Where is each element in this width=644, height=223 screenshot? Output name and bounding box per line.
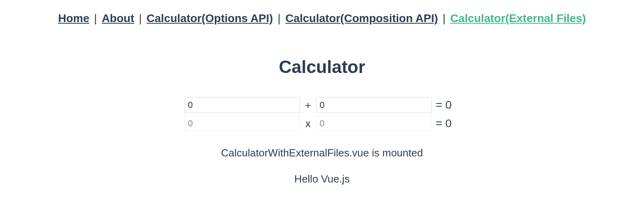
nav-separator: |: [136, 12, 145, 24]
nav-separator: |: [440, 12, 449, 24]
multiplication-result: = 0: [436, 117, 460, 130]
addition-row: + = 0: [184, 97, 460, 113]
times-operator: x: [300, 118, 316, 130]
multiplication-input-b[interactable]: [316, 116, 432, 132]
addition-input-b[interactable]: [316, 97, 432, 113]
nav-about[interactable]: About: [102, 12, 134, 24]
mount-status: CalculatorWithExternalFiles.vue is mount…: [0, 147, 644, 159]
nav-separator: |: [91, 12, 100, 24]
top-nav: Home | About | Calculator(Options API) |…: [0, 0, 644, 25]
nav-calc-external[interactable]: Calculator(External Files): [450, 12, 586, 24]
calculator: + = 0 x = 0: [0, 97, 644, 132]
addition-input-a[interactable]: [184, 97, 300, 113]
greeting-text: Hello Vue.js: [0, 173, 644, 185]
plus-operator: +: [300, 99, 316, 112]
nav-separator: |: [275, 12, 284, 24]
nav-calc-composition[interactable]: Calculator(Composition API): [285, 12, 438, 24]
nav-home[interactable]: Home: [58, 12, 90, 24]
multiplication-input-a[interactable]: [184, 116, 300, 132]
page-title: Calculator: [0, 57, 644, 77]
multiplication-row: x = 0: [184, 116, 460, 132]
addition-result: = 0: [436, 99, 460, 112]
nav-calc-options[interactable]: Calculator(Options API): [147, 12, 273, 24]
